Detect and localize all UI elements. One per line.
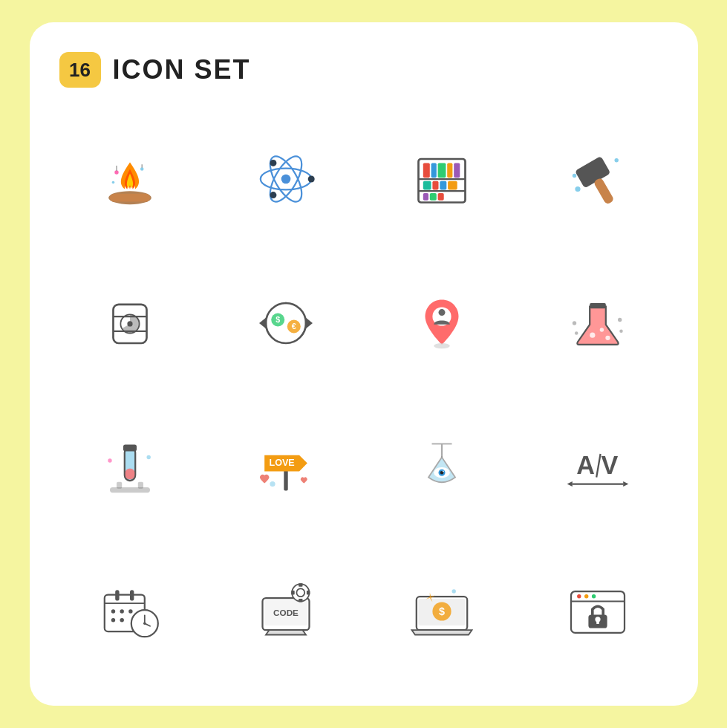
svg-rect-25 — [448, 181, 457, 190]
svg-point-12 — [270, 160, 276, 166]
svg-rect-97 — [299, 599, 302, 602]
svg-point-49 — [590, 333, 595, 338]
money-laptop-icon-cell: $ — [371, 547, 512, 676]
bookshelf-icon-cell — [371, 114, 512, 244]
love-sign-icon: LOVE — [252, 434, 319, 501]
eye-pendant-icon — [408, 434, 475, 501]
svg-point-83 — [120, 609, 123, 613]
letter-spacing-icon: A V — [564, 434, 631, 501]
svg-rect-17 — [423, 163, 429, 178]
svg-text:A: A — [576, 451, 595, 479]
svg-point-54 — [574, 331, 578, 335]
svg-rect-29 — [574, 156, 610, 189]
svg-point-7 — [281, 175, 290, 184]
svg-rect-26 — [423, 193, 428, 201]
svg-rect-19 — [437, 163, 446, 178]
svg-point-46 — [438, 309, 445, 316]
svg-point-50 — [599, 328, 603, 331]
svg-point-11 — [307, 176, 314, 183]
svg-point-90 — [143, 622, 146, 625]
barrel-icon — [97, 290, 163, 357]
svg-point-63 — [108, 458, 111, 462]
love-sign-icon-cell: LOVE — [215, 403, 356, 532]
campfire-icon-cell — [59, 114, 201, 244]
web-lock-icon-cell — [527, 547, 668, 676]
svg-rect-112 — [596, 620, 599, 624]
svg-rect-59 — [125, 469, 134, 479]
badge: 16 — [59, 52, 101, 88]
atom-icon — [252, 146, 319, 212]
eye-pendant-icon-cell — [371, 403, 512, 532]
svg-text:CODE: CODE — [273, 608, 299, 617]
svg-point-104 — [451, 589, 455, 593]
currency-exchange-icon: $ € — [252, 290, 319, 357]
svg-rect-80 — [115, 590, 119, 600]
svg-rect-20 — [447, 163, 452, 178]
svg-rect-96 — [299, 583, 302, 587]
svg-rect-99 — [306, 591, 310, 594]
svg-text:$: $ — [276, 315, 280, 324]
svg-point-109 — [591, 594, 595, 598]
hammer-icon-cell — [527, 114, 668, 244]
barrel-icon-cell — [59, 259, 201, 388]
svg-point-4 — [111, 181, 114, 184]
test-tube-icon-cell — [59, 403, 201, 532]
svg-rect-1 — [110, 194, 150, 202]
svg-rect-21 — [454, 163, 460, 178]
svg-point-84 — [128, 609, 132, 613]
svg-point-51 — [605, 336, 610, 340]
svg-text:LOVE: LOVE — [269, 458, 294, 468]
calendar-clock-icon — [97, 578, 163, 645]
lab-flask-icon-cell — [527, 259, 668, 388]
svg-marker-76 — [567, 481, 572, 487]
svg-point-31 — [575, 186, 580, 192]
svg-rect-28 — [437, 193, 443, 201]
bookshelf-icon — [408, 146, 475, 212]
main-card: 16 ICON SET — [30, 22, 698, 706]
svg-line-73 — [596, 454, 600, 478]
svg-marker-40 — [259, 318, 266, 328]
svg-point-107 — [577, 594, 581, 598]
svg-rect-81 — [130, 590, 134, 600]
test-tube-icon — [97, 434, 163, 501]
lab-flask-icon — [564, 290, 631, 357]
svg-point-52 — [572, 321, 576, 325]
currency-exchange-icon-cell: $ € — [215, 259, 356, 388]
svg-rect-98 — [291, 591, 295, 594]
svg-point-33 — [572, 174, 576, 178]
atom-icon-cell — [215, 114, 356, 244]
title: ICON SET — [113, 54, 251, 85]
person-location-icon-cell — [371, 259, 512, 388]
money-laptop-icon: $ — [408, 578, 475, 645]
svg-rect-18 — [431, 163, 436, 178]
calendar-clock-icon-cell — [59, 547, 201, 676]
svg-rect-61 — [117, 482, 122, 489]
web-lock-icon — [564, 578, 631, 645]
svg-point-53 — [618, 318, 622, 322]
svg-point-13 — [270, 192, 276, 198]
svg-point-82 — [111, 609, 114, 613]
svg-point-108 — [584, 594, 588, 598]
svg-point-47 — [434, 343, 450, 348]
svg-point-3 — [140, 167, 143, 171]
svg-marker-77 — [623, 481, 628, 487]
hammer-icon — [564, 146, 631, 212]
header: 16 ICON SET — [59, 52, 668, 88]
svg-text:$: $ — [438, 605, 444, 617]
svg-point-67 — [270, 481, 275, 487]
svg-marker-39 — [306, 318, 313, 328]
code-settings-icon-cell: CODE — [215, 547, 356, 676]
svg-point-85 — [111, 618, 114, 622]
svg-rect-60 — [110, 487, 150, 493]
svg-rect-30 — [593, 177, 614, 204]
svg-point-55 — [619, 330, 623, 334]
svg-text:€: € — [291, 322, 296, 331]
code-settings-icon: CODE — [252, 578, 319, 645]
person-location-icon — [408, 290, 475, 357]
svg-text:V: V — [601, 451, 618, 479]
svg-rect-22 — [423, 181, 431, 190]
svg-point-32 — [614, 158, 618, 162]
svg-rect-23 — [432, 181, 438, 190]
svg-point-64 — [146, 455, 150, 459]
icons-grid: $ € — [59, 114, 668, 676]
